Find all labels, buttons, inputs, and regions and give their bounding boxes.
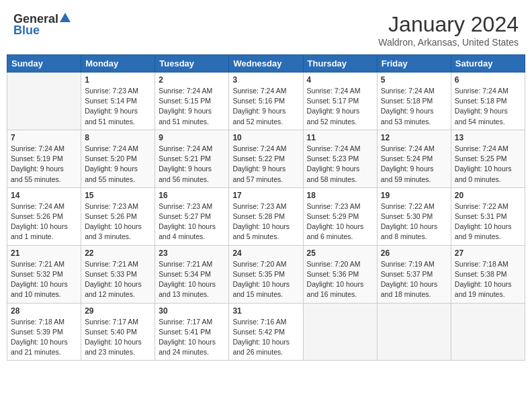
day-info: Sunrise: 7:24 AMSunset: 5:18 PMDaylight:…	[455, 86, 521, 127]
calendar-cell: 5Sunrise: 7:24 AMSunset: 5:18 PMDaylight…	[377, 73, 451, 130]
calendar-cell: 18Sunrise: 7:23 AMSunset: 5:29 PMDayligh…	[303, 187, 377, 245]
calendar-cell: 24Sunrise: 7:20 AMSunset: 5:35 PMDayligh…	[229, 245, 303, 303]
day-info: Sunrise: 7:23 AMSunset: 5:14 PMDaylight:…	[85, 86, 151, 127]
day-number: 21	[11, 248, 77, 258]
day-info: Sunrise: 7:22 AMSunset: 5:31 PMDaylight:…	[455, 201, 521, 242]
day-info: Sunrise: 7:23 AMSunset: 5:27 PMDaylight:…	[159, 201, 225, 242]
calendar-cell: 19Sunrise: 7:22 AMSunset: 5:30 PMDayligh…	[377, 187, 451, 245]
title-block: January 2024 Waldron, Arkansas, United S…	[378, 12, 519, 48]
calendar-table: SundayMondayTuesdayWednesdayThursdayFrid…	[7, 54, 525, 361]
day-info: Sunrise: 7:21 AMSunset: 5:33 PMDaylight:…	[85, 259, 151, 300]
day-info: Sunrise: 7:24 AMSunset: 5:18 PMDaylight:…	[381, 86, 447, 127]
day-number: 9	[159, 133, 225, 142]
day-info: Sunrise: 7:16 AMSunset: 5:42 PMDaylight:…	[232, 317, 299, 358]
day-info: Sunrise: 7:23 AMSunset: 5:29 PMDaylight:…	[307, 201, 373, 242]
calendar-cell: 7Sunrise: 7:24 AMSunset: 5:19 PMDaylight…	[7, 130, 81, 187]
day-number: 19	[381, 191, 447, 200]
day-number: 7	[11, 133, 77, 142]
day-info: Sunrise: 7:20 AMSunset: 5:36 PMDaylight:…	[307, 259, 373, 300]
weekday-header-monday: Monday	[81, 55, 155, 73]
day-info: Sunrise: 7:24 AMSunset: 5:24 PMDaylight:…	[381, 144, 447, 185]
calendar-cell: 22Sunrise: 7:21 AMSunset: 5:33 PMDayligh…	[81, 245, 155, 303]
day-number: 25	[307, 248, 373, 258]
calendar-cell: 9Sunrise: 7:24 AMSunset: 5:21 PMDaylight…	[155, 130, 229, 187]
calendar-cell: 29Sunrise: 7:17 AMSunset: 5:40 PMDayligh…	[81, 303, 155, 361]
day-number: 3	[232, 75, 299, 85]
day-number: 24	[232, 248, 299, 258]
day-info: Sunrise: 7:24 AMSunset: 5:23 PMDaylight:…	[307, 144, 373, 185]
calendar-cell: 25Sunrise: 7:20 AMSunset: 5:36 PMDayligh…	[303, 245, 377, 303]
day-info: Sunrise: 7:24 AMSunset: 5:25 PMDaylight:…	[455, 144, 521, 185]
calendar-cell: 28Sunrise: 7:18 AMSunset: 5:39 PMDayligh…	[7, 303, 81, 361]
calendar-week-row: 14Sunrise: 7:24 AMSunset: 5:26 PMDayligh…	[7, 187, 525, 245]
day-number: 15	[85, 191, 151, 200]
day-info: Sunrise: 7:21 AMSunset: 5:32 PMDaylight:…	[11, 259, 77, 300]
logo-blue: Blue	[13, 24, 40, 38]
day-number: 11	[307, 133, 373, 142]
calendar-cell: 26Sunrise: 7:19 AMSunset: 5:37 PMDayligh…	[377, 245, 451, 303]
day-info: Sunrise: 7:18 AMSunset: 5:39 PMDaylight:…	[11, 317, 77, 358]
day-info: Sunrise: 7:20 AMSunset: 5:35 PMDaylight:…	[232, 259, 299, 300]
day-info: Sunrise: 7:24 AMSunset: 5:26 PMDaylight:…	[11, 201, 77, 242]
calendar-cell	[377, 303, 451, 361]
day-info: Sunrise: 7:24 AMSunset: 5:20 PMDaylight:…	[85, 144, 151, 185]
day-info: Sunrise: 7:24 AMSunset: 5:19 PMDaylight:…	[11, 144, 77, 185]
calendar-cell: 14Sunrise: 7:24 AMSunset: 5:26 PMDayligh…	[7, 187, 81, 245]
day-number: 12	[381, 133, 447, 142]
calendar-cell	[303, 303, 377, 361]
calendar-header-row: SundayMondayTuesdayWednesdayThursdayFrid…	[7, 55, 525, 73]
day-number: 31	[232, 306, 299, 316]
calendar-cell: 23Sunrise: 7:21 AMSunset: 5:34 PMDayligh…	[155, 245, 229, 303]
day-number: 10	[232, 133, 299, 142]
day-number: 22	[85, 248, 151, 258]
weekday-header-friday: Friday	[377, 55, 451, 73]
day-info: Sunrise: 7:21 AMSunset: 5:34 PMDaylight:…	[159, 259, 225, 300]
day-info: Sunrise: 7:23 AMSunset: 5:28 PMDaylight:…	[232, 201, 299, 242]
calendar-cell: 20Sunrise: 7:22 AMSunset: 5:31 PMDayligh…	[451, 187, 525, 245]
weekday-header-sunday: Sunday	[7, 55, 81, 73]
day-info: Sunrise: 7:24 AMSunset: 5:15 PMDaylight:…	[159, 86, 225, 127]
calendar-cell: 31Sunrise: 7:16 AMSunset: 5:42 PMDayligh…	[229, 303, 303, 361]
calendar-cell	[7, 73, 81, 130]
svg-marker-0	[60, 13, 71, 22]
day-number: 8	[85, 133, 151, 142]
page-header: General Blue January 2024 Waldron, Arkan…	[7, 7, 525, 52]
weekday-header-saturday: Saturday	[451, 55, 525, 73]
day-info: Sunrise: 7:17 AMSunset: 5:40 PMDaylight:…	[85, 317, 151, 358]
day-info: Sunrise: 7:23 AMSunset: 5:26 PMDaylight:…	[85, 201, 151, 242]
day-number: 2	[159, 75, 225, 85]
calendar-cell: 17Sunrise: 7:23 AMSunset: 5:28 PMDayligh…	[229, 187, 303, 245]
logo: General Blue	[13, 12, 71, 38]
location-subtitle: Waldron, Arkansas, United States	[378, 37, 519, 48]
day-number: 30	[159, 306, 225, 316]
calendar-cell: 30Sunrise: 7:17 AMSunset: 5:41 PMDayligh…	[155, 303, 229, 361]
calendar-cell: 6Sunrise: 7:24 AMSunset: 5:18 PMDaylight…	[451, 73, 525, 130]
day-info: Sunrise: 7:24 AMSunset: 5:17 PMDaylight:…	[307, 86, 373, 127]
day-number: 17	[232, 191, 299, 200]
day-number: 28	[11, 306, 77, 316]
calendar-cell: 16Sunrise: 7:23 AMSunset: 5:27 PMDayligh…	[155, 187, 229, 245]
calendar-week-row: 28Sunrise: 7:18 AMSunset: 5:39 PMDayligh…	[7, 303, 525, 361]
calendar-week-row: 1Sunrise: 7:23 AMSunset: 5:14 PMDaylight…	[7, 73, 525, 130]
day-info: Sunrise: 7:17 AMSunset: 5:41 PMDaylight:…	[159, 317, 225, 358]
calendar-cell: 12Sunrise: 7:24 AMSunset: 5:24 PMDayligh…	[377, 130, 451, 187]
day-number: 4	[307, 75, 373, 85]
day-info: Sunrise: 7:19 AMSunset: 5:37 PMDaylight:…	[381, 259, 447, 300]
day-info: Sunrise: 7:18 AMSunset: 5:38 PMDaylight:…	[455, 259, 521, 300]
calendar-cell: 10Sunrise: 7:24 AMSunset: 5:22 PMDayligh…	[229, 130, 303, 187]
day-number: 23	[159, 248, 225, 258]
calendar-cell	[451, 303, 525, 361]
day-number: 16	[159, 191, 225, 200]
day-number: 6	[455, 75, 521, 85]
calendar-week-row: 7Sunrise: 7:24 AMSunset: 5:19 PMDaylight…	[7, 130, 525, 187]
calendar-cell: 21Sunrise: 7:21 AMSunset: 5:32 PMDayligh…	[7, 245, 81, 303]
day-number: 13	[455, 133, 521, 142]
calendar-cell: 11Sunrise: 7:24 AMSunset: 5:23 PMDayligh…	[303, 130, 377, 187]
calendar-cell: 2Sunrise: 7:24 AMSunset: 5:15 PMDaylight…	[155, 73, 229, 130]
day-info: Sunrise: 7:24 AMSunset: 5:21 PMDaylight:…	[159, 144, 225, 185]
day-number: 20	[455, 191, 521, 200]
calendar-cell: 13Sunrise: 7:24 AMSunset: 5:25 PMDayligh…	[451, 130, 525, 187]
weekday-header-wednesday: Wednesday	[229, 55, 303, 73]
calendar-cell: 27Sunrise: 7:18 AMSunset: 5:38 PMDayligh…	[451, 245, 525, 303]
calendar-cell: 4Sunrise: 7:24 AMSunset: 5:17 PMDaylight…	[303, 73, 377, 130]
